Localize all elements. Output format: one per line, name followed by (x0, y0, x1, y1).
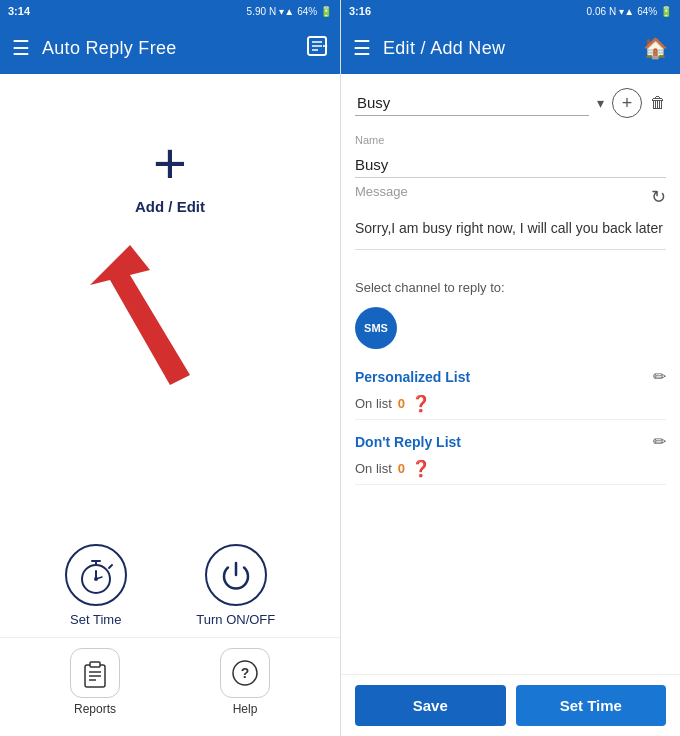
right-content: Busy ▾ + 🗑 Name Message ↻ Sorry,I am bus… (341, 74, 680, 674)
right-hamburger-icon[interactable]: ☰ (353, 38, 371, 58)
left-time: 3:14 (8, 5, 30, 17)
right-network-icon: N (609, 6, 616, 17)
right-time: 3:16 (349, 5, 371, 17)
set-time-button[interactable]: Set Time (65, 544, 127, 627)
channel-label: Select channel to reply to: (355, 280, 666, 295)
left-signal-icon: 5.90 (247, 6, 266, 17)
name-input[interactable] (355, 152, 666, 178)
message-text: Sorry,I am busy right now, I will call y… (355, 214, 666, 250)
refresh-icon[interactable]: ↻ (651, 186, 666, 208)
left-app-bar: ☰ Auto Reply Free (0, 22, 340, 74)
help-icon-box: ? (220, 648, 270, 698)
personalized-list-on-list-row: On list 0 ❓ (355, 392, 666, 420)
arrow-container (70, 225, 270, 405)
right-app-bar: ☰ Edit / Add New 🏠 (341, 22, 680, 74)
dont-reply-list-help-icon[interactable]: ❓ (411, 459, 431, 478)
personalized-list-edit-icon[interactable]: ✏ (653, 367, 666, 386)
svg-marker-6 (90, 245, 190, 385)
set-time-label: Set Time (70, 612, 121, 627)
right-wifi-icon: ▾▲ (619, 6, 634, 17)
left-panel: 3:14 5.90 N ▾▲ 64% 🔋 ☰ Auto Reply Free + (0, 0, 340, 736)
right-status-icons: 0.06 N ▾▲ 64% 🔋 (587, 6, 672, 17)
add-edit-label: Add / Edit (135, 198, 205, 215)
dropdown-chevron-icon: ▾ (597, 95, 604, 111)
add-edit-plus-icon: + (153, 134, 187, 192)
personalized-list-on-list-label: On list (355, 396, 392, 411)
left-wifi-icon: ▾▲ (279, 6, 294, 17)
personalized-list-count: 0 (398, 396, 405, 411)
message-label: Message (355, 184, 645, 199)
dont-reply-on-list-label: On list (355, 461, 392, 476)
turn-onoff-button[interactable]: Turn ON/OFF (196, 544, 275, 627)
dont-reply-list-count: 0 (398, 461, 405, 476)
sms-badge[interactable]: SMS (355, 307, 397, 349)
right-panel: 3:16 0.06 N ▾▲ 64% 🔋 ☰ Edit / Add New 🏠 … (340, 0, 680, 736)
left-battery-icon: 64% 🔋 (297, 6, 332, 17)
right-battery-icon: 64% 🔋 (637, 6, 672, 17)
personalized-list-help-icon[interactable]: ❓ (411, 394, 431, 413)
dont-reply-list-edit-icon[interactable]: ✏ (653, 432, 666, 451)
red-arrow-svg (70, 225, 270, 405)
reports-label: Reports (74, 702, 116, 716)
reports-icon-box (70, 648, 120, 698)
left-hamburger-icon[interactable]: ☰ (12, 38, 30, 58)
personalized-list-title: Personalized List (355, 369, 470, 385)
help-label: Help (233, 702, 258, 716)
left-app-title: Auto Reply Free (42, 38, 294, 59)
svg-point-13 (94, 577, 98, 581)
add-new-icon-button[interactable]: + (612, 88, 642, 118)
left-network-icon: N (269, 6, 276, 17)
save-button[interactable]: Save (355, 685, 506, 726)
left-status-bar: 3:14 5.90 N ▾▲ 64% 🔋 (0, 0, 340, 22)
busy-dropdown[interactable]: Busy (355, 90, 589, 116)
turn-onoff-icon (205, 544, 267, 606)
message-row: Message ↻ (355, 184, 666, 208)
left-content: + Add / Edit (0, 74, 340, 524)
delete-icon[interactable]: 🗑 (650, 94, 666, 112)
right-home-icon[interactable]: 🏠 (643, 36, 668, 60)
right-status-bar: 3:16 0.06 N ▾▲ 64% 🔋 (341, 0, 680, 22)
svg-rect-15 (90, 662, 100, 667)
left-status-icons: 5.90 N ▾▲ 64% 🔋 (247, 6, 332, 17)
left-footer: Reports ? Help (0, 637, 340, 736)
right-footer: Save Set Time (341, 674, 680, 736)
busy-dropdown-row: Busy ▾ + 🗑 (355, 84, 666, 122)
right-signal-icon: 0.06 (587, 6, 606, 17)
svg-line-12 (109, 565, 112, 568)
name-field-label: Name (355, 134, 666, 146)
left-person-icon[interactable] (306, 35, 328, 62)
sms-badge-label: SMS (364, 322, 388, 334)
turn-onoff-label: Turn ON/OFF (196, 612, 275, 627)
dont-reply-list-header: Don't Reply List ✏ (355, 432, 666, 451)
left-bottom-grid: Set Time Turn ON/OFF (0, 524, 340, 637)
right-app-title: Edit / Add New (383, 38, 631, 59)
dont-reply-list-on-list-row: On list 0 ❓ (355, 457, 666, 485)
help-button[interactable]: ? Help (220, 648, 270, 716)
add-edit-button[interactable]: + Add / Edit (135, 134, 205, 215)
personalized-list-header: Personalized List ✏ (355, 367, 666, 386)
svg-text:?: ? (241, 665, 250, 681)
reports-button[interactable]: Reports (70, 648, 120, 716)
dont-reply-list-title: Don't Reply List (355, 434, 461, 450)
right-set-time-button[interactable]: Set Time (516, 685, 667, 726)
set-time-icon (65, 544, 127, 606)
